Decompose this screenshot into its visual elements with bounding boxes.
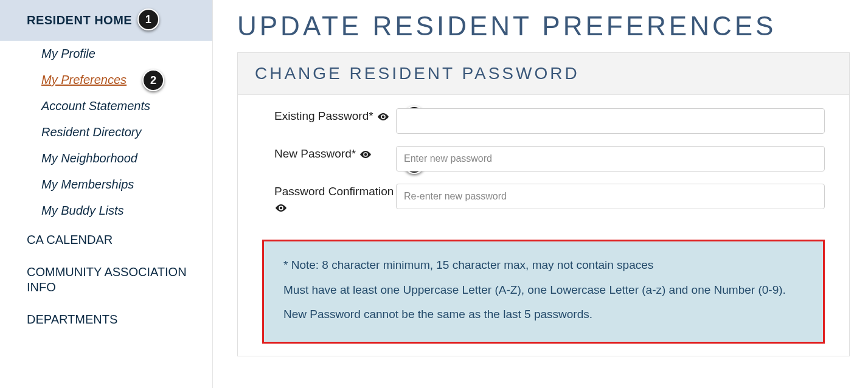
sidebar-item-my-profile[interactable]: My Profile	[12, 41, 212, 67]
label-text: Existing Password*	[274, 109, 377, 122]
label-text: New Password*	[274, 147, 359, 160]
password-rules-note: * Note: 8 character minimum, 15 characte…	[262, 240, 825, 344]
sidebar-top-label: RESIDENT HOME	[27, 13, 132, 27]
row-new-password: New Password* 4	[274, 146, 825, 171]
sidebar-item-label: My Profile	[41, 47, 95, 60]
sidebar-section-label: CA CALENDAR	[27, 233, 113, 246]
sidebar-item-my-memberships[interactable]: My Memberships	[12, 171, 212, 198]
sidebar-item-my-buddy-lists[interactable]: My Buddy Lists	[12, 198, 212, 224]
sidebar-item-label: My Buddy Lists	[41, 204, 124, 217]
sidebar-item-label: Account Statements	[41, 99, 150, 113]
sidebar-item-account-statements[interactable]: Account Statements	[12, 93, 212, 119]
eye-icon[interactable]	[378, 109, 389, 125]
sidebar-item-resident-directory[interactable]: Resident Directory	[12, 119, 212, 145]
label-text: Password Confirmation	[274, 185, 394, 198]
sidebar: RESIDENT HOME 1 My Profile My Preference…	[0, 0, 213, 388]
new-password-input[interactable]	[396, 146, 825, 171]
sidebar-item-my-preferences[interactable]: My Preferences 2	[12, 67, 212, 93]
sidebar-item-label: Resident Directory	[41, 125, 142, 139]
note-line-3: New Password cannot be the same as the l…	[283, 304, 806, 325]
callout-1: 1	[137, 9, 159, 30]
page-title: UPDATE RESIDENT PREFERENCES	[237, 11, 850, 41]
sidebar-section-label: COMMUNITY ASSOCIATION INFO	[27, 265, 187, 294]
sidebar-section-departments[interactable]: DEPARTMENTS	[12, 303, 212, 336]
password-form: Existing Password* 3 New Password*	[238, 95, 849, 234]
sidebar-top-resident-home[interactable]: RESIDENT HOME 1	[0, 0, 212, 41]
row-existing-password: Existing Password* 3	[274, 108, 825, 134]
existing-password-input[interactable]	[396, 108, 825, 134]
sidebar-section-ca-calendar[interactable]: CA CALENDAR	[12, 224, 212, 256]
label-confirm-password: Password Confirmation	[274, 184, 396, 215]
sidebar-item-label: My Memberships	[41, 178, 134, 191]
label-existing-password: Existing Password*	[274, 108, 396, 125]
main-content: UPDATE RESIDENT PREFERENCES CHANGE RESID…	[213, 0, 868, 388]
sidebar-section-community-association-info[interactable]: COMMUNITY ASSOCIATION INFO	[12, 256, 212, 303]
panel-title: CHANGE RESIDENT PASSWORD	[238, 53, 849, 95]
change-password-panel: CHANGE RESIDENT PASSWORD Existing Passwo…	[237, 52, 850, 356]
eye-icon[interactable]	[276, 200, 286, 216]
sidebar-item-label: My Preferences	[41, 73, 127, 86]
note-line-1: * Note: 8 character minimum, 15 characte…	[283, 255, 806, 275]
confirm-password-input[interactable]	[396, 184, 825, 209]
label-new-password: New Password*	[274, 146, 396, 162]
sidebar-item-my-neighborhood[interactable]: My Neighborhood	[12, 145, 212, 171]
callout-2: 2	[142, 69, 164, 91]
note-line-2: Must have at least one Uppercase Letter …	[283, 280, 806, 300]
sidebar-item-label: My Neighborhood	[41, 151, 137, 165]
eye-icon[interactable]	[360, 147, 371, 162]
row-confirm-password: Password Confirmation	[274, 184, 825, 215]
sidebar-section-label: DEPARTMENTS	[27, 313, 117, 326]
